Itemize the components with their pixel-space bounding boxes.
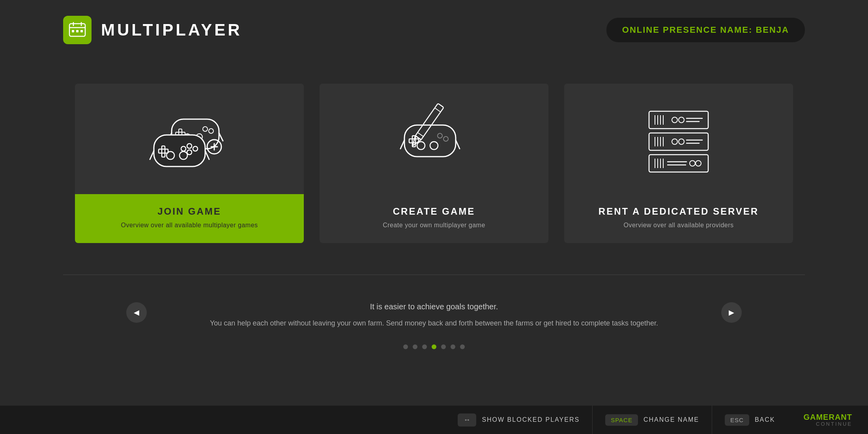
- svg-point-48: [672, 117, 677, 123]
- svg-point-13: [209, 129, 213, 133]
- join-game-desc: Overview over all available multiplayer …: [87, 222, 292, 229]
- tip-content: It is easier to achieve goals together. …: [63, 299, 805, 330]
- create-game-icon-area: [320, 84, 548, 194]
- change-name-action[interactable]: SPACE CHANGE NAME: [592, 406, 712, 434]
- create-game-label-area: CREATE GAME Create your own multiplayer …: [320, 194, 548, 243]
- gamerant-white: GAME: [803, 413, 829, 421]
- svg-rect-5: [76, 30, 79, 32]
- svg-line-31: [400, 140, 404, 149]
- svg-line-42: [417, 133, 423, 137]
- create-game-title: CREATE GAME: [331, 206, 537, 217]
- change-name-label: CHANGE NAME: [644, 416, 699, 423]
- svg-point-57: [672, 139, 677, 144]
- back-label: BACK: [755, 416, 775, 423]
- page-title: MULTIPLAYER: [101, 21, 242, 39]
- gamerant-brand: GAMERANT: [803, 413, 852, 421]
- dots-container: [63, 344, 805, 349]
- svg-point-36: [430, 142, 438, 150]
- cards-container: JOIN GAME Overview over all available mu…: [63, 84, 805, 243]
- arrow-key-badge: ↔: [458, 413, 476, 427]
- svg-point-58: [679, 139, 684, 144]
- dot-6[interactable]: [451, 344, 455, 349]
- rent-server-icon-area: [564, 84, 793, 194]
- gamerant-sub: CONTINUE: [816, 421, 852, 427]
- svg-point-67: [690, 161, 695, 166]
- svg-point-38: [443, 137, 448, 141]
- header: MULTIPLAYER ONLINE PRESENCE NAME: BENJA: [0, 0, 868, 60]
- dot-4[interactable]: [432, 344, 436, 349]
- main-content: JOIN GAME Overview over all available mu…: [0, 60, 868, 349]
- dot-1[interactable]: [403, 344, 408, 349]
- presence-badge: ONLINE PRESENCE NAME: BENJA: [606, 18, 805, 42]
- tip-body: You can help each other without leaving …: [181, 316, 687, 330]
- tip-prev-button[interactable]: ◀: [126, 302, 147, 323]
- svg-line-20: [150, 151, 154, 159]
- svg-point-66: [696, 161, 701, 166]
- join-game-title: JOIN GAME: [87, 206, 292, 217]
- presence-name: BENJA: [756, 25, 789, 35]
- tip-section: ◀ It is easier to achieve goals together…: [63, 275, 805, 349]
- svg-point-12: [203, 127, 208, 131]
- back-action[interactable]: ESC BACK: [712, 406, 788, 434]
- show-blocked-label: SHOW BLOCKED PLAYERS: [482, 416, 580, 423]
- space-key-badge: SPACE: [605, 414, 638, 426]
- gamerant-green: RANT: [829, 413, 852, 421]
- rent-server-card[interactable]: RENT A DEDICATED SERVER Overview over al…: [564, 84, 793, 243]
- svg-rect-6: [80, 30, 83, 32]
- svg-line-21: [205, 151, 209, 159]
- bottom-bar: ↔ SHOW BLOCKED PLAYERS SPACE CHANGE NAME…: [0, 406, 868, 434]
- rent-server-label-area: RENT A DEDICATED SERVER Overview over al…: [564, 194, 793, 243]
- header-left: MULTIPLAYER: [63, 16, 242, 44]
- svg-point-49: [679, 117, 684, 123]
- logo-icon: [63, 16, 92, 44]
- svg-rect-4: [72, 30, 74, 32]
- svg-line-41: [435, 108, 441, 112]
- esc-key-badge: ESC: [725, 414, 749, 426]
- rent-server-desc: Overview over all available providers: [576, 222, 781, 229]
- svg-point-35: [417, 142, 425, 150]
- dot-3[interactable]: [422, 344, 427, 349]
- rent-server-title: RENT A DEDICATED SERVER: [576, 206, 781, 217]
- join-game-label-area: JOIN GAME Overview over all available mu…: [75, 194, 304, 243]
- gamerant-logo: GAMERANT CONTINUE: [803, 413, 852, 427]
- tip-divider: [63, 275, 805, 275]
- dot-5[interactable]: [441, 344, 446, 349]
- create-game-card[interactable]: CREATE GAME Create your own multiplayer …: [320, 84, 548, 243]
- show-blocked-action[interactable]: ↔ SHOW BLOCKED PLAYERS: [445, 406, 592, 434]
- svg-point-37: [438, 133, 442, 138]
- tip-next-button[interactable]: ▶: [721, 302, 742, 323]
- svg-line-32: [456, 140, 460, 149]
- join-game-card[interactable]: JOIN GAME Overview over all available mu…: [75, 84, 304, 243]
- tip-title: It is easier to achieve goals together.: [181, 299, 687, 314]
- presence-label: ONLINE PRESENCE NAME:: [622, 25, 752, 35]
- join-game-icon-area: [75, 84, 304, 194]
- create-game-desc: Create your own multiplayer game: [331, 222, 537, 229]
- dot-2[interactable]: [413, 344, 417, 349]
- dot-7[interactable]: [460, 344, 465, 349]
